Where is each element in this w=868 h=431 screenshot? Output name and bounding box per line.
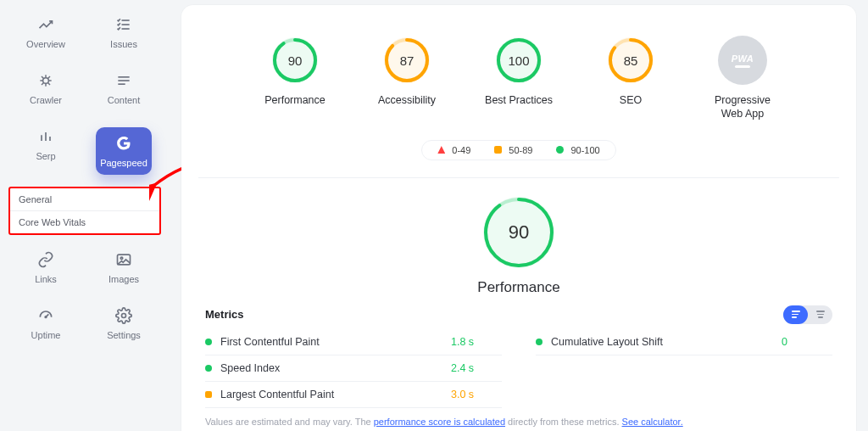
metrics-footnote: Values are estimated and may vary. The p… xyxy=(205,417,832,427)
svg-point-19 xyxy=(120,257,123,260)
metric-name: First Contentful Paint xyxy=(220,336,451,348)
bug-icon xyxy=(36,71,55,90)
status-dot-icon xyxy=(205,365,212,372)
legend-label: 50-89 xyxy=(509,145,532,155)
nav-uptime[interactable]: Uptime xyxy=(16,306,75,340)
nav-label: Pagespeed xyxy=(100,158,147,168)
gear-icon xyxy=(114,306,133,325)
metric-name: Cumulative Layout Shift xyxy=(551,336,782,348)
metric-row: Speed Index2.4 s xyxy=(205,355,502,382)
performance-gauge: 90 xyxy=(481,195,556,270)
score-label: Performance xyxy=(264,93,326,107)
status-dot-icon xyxy=(536,339,542,345)
nav-label: Links xyxy=(35,274,57,284)
svg-point-3 xyxy=(43,78,49,84)
main-panel: 90Performance 87Accessibility 100Best Pr… xyxy=(181,5,856,431)
nav-images[interactable]: Images xyxy=(94,250,153,284)
triangle-icon xyxy=(437,146,445,154)
metrics-view-toggle[interactable] xyxy=(783,305,832,324)
nav-settings[interactable]: Settings xyxy=(94,306,153,340)
list-check-icon xyxy=(114,15,133,34)
see-calculator-link[interactable]: See calculator. xyxy=(622,417,683,427)
gauge-icon xyxy=(36,306,55,325)
chart-line-icon xyxy=(36,15,55,34)
legend-label: 90-100 xyxy=(570,145,599,155)
link-icon xyxy=(36,250,55,269)
nav-pagespeed[interactable]: Pagespeed xyxy=(96,127,152,175)
score-performance: 90Performance xyxy=(254,36,336,121)
metric-value: 0 xyxy=(782,336,832,348)
metric-name: Speed Index xyxy=(220,362,451,374)
legend-label: 0-49 xyxy=(452,145,470,155)
nav-content[interactable]: Content xyxy=(94,71,153,105)
pwa-badge-icon: PWA xyxy=(718,36,767,85)
metric-name: Largest Contentful Paint xyxy=(220,389,451,400)
metric-value: 1.8 s xyxy=(451,336,502,348)
nav-label: Images xyxy=(108,274,139,284)
nav-label: Content xyxy=(108,95,141,105)
score-label: Progressive Web App xyxy=(715,93,771,121)
google-g-icon xyxy=(114,134,133,153)
score-label: SEO xyxy=(620,93,642,107)
metric-value: 3.0 s xyxy=(451,389,502,400)
nav-label: Overview xyxy=(26,39,65,49)
divider xyxy=(198,177,839,178)
nav-serp[interactable]: Serp xyxy=(16,127,75,161)
circle-icon xyxy=(556,146,564,154)
image-icon xyxy=(114,250,133,269)
metrics-heading: Metrics xyxy=(205,308,244,321)
status-dot-icon xyxy=(205,339,212,345)
lines-icon xyxy=(114,71,133,90)
score-gauge: 90 xyxy=(270,36,320,85)
svg-line-10 xyxy=(42,83,44,86)
nav-label: Uptime xyxy=(31,330,61,340)
metric-row: Cumulative Layout Shift0 xyxy=(536,329,832,355)
status-square-icon xyxy=(205,391,212,398)
metric-row: Largest Contentful Paint3.0 s xyxy=(205,382,502,408)
subnav-core-web-vitals[interactable]: Core Web Vitals xyxy=(10,211,159,233)
nav-overview[interactable]: Overview xyxy=(16,15,75,49)
performance-detail: 90 Performance xyxy=(181,195,856,297)
score-gauge: 87 xyxy=(382,36,431,85)
metric-value: 2.4 s xyxy=(451,362,502,374)
score-legend: 0-49 50-89 90-100 xyxy=(421,140,615,160)
sidebar: Overview Issues Crawler Content xyxy=(0,0,170,431)
svg-line-8 xyxy=(42,76,44,79)
nav-issues[interactable]: Issues xyxy=(94,15,153,49)
svg-point-21 xyxy=(45,316,47,318)
score-best-practices: 100Best Practices xyxy=(478,36,559,121)
score-row: 90Performance 87Accessibility 100Best Pr… xyxy=(181,36,856,121)
square-icon xyxy=(494,146,502,154)
svg-line-11 xyxy=(48,76,51,79)
score-gauge: 85 xyxy=(606,36,655,85)
subnav-general[interactable]: General xyxy=(10,188,159,211)
bars-mini-icon xyxy=(36,127,55,146)
metrics-grid: First Contentful Paint1.8 sCumulative La… xyxy=(205,329,832,408)
score-gauge: 100 xyxy=(494,36,543,85)
nav-links[interactable]: Links xyxy=(16,250,75,284)
nav-label: Crawler xyxy=(30,95,62,105)
score-label: Best Practices xyxy=(485,93,553,107)
score-accessibility: 87Accessibility xyxy=(366,36,448,121)
calc-link[interactable]: performance score is calculated xyxy=(374,417,505,427)
metric-row: First Contentful Paint1.8 s xyxy=(205,329,502,355)
nav-label: Serp xyxy=(36,151,55,161)
svg-point-22 xyxy=(122,314,126,318)
nav-label: Issues xyxy=(110,39,137,49)
pagespeed-subnav: General Core Web Vitals xyxy=(8,187,161,235)
performance-title: Performance xyxy=(477,278,559,297)
nav-label: Settings xyxy=(107,330,141,340)
score-label: Accessibility xyxy=(378,93,436,107)
score-seo: 85SEO xyxy=(590,36,671,121)
nav-crawler[interactable]: Crawler xyxy=(16,71,75,105)
score-pwa: PWA Progressive Web App xyxy=(702,36,783,121)
svg-line-9 xyxy=(48,83,51,86)
